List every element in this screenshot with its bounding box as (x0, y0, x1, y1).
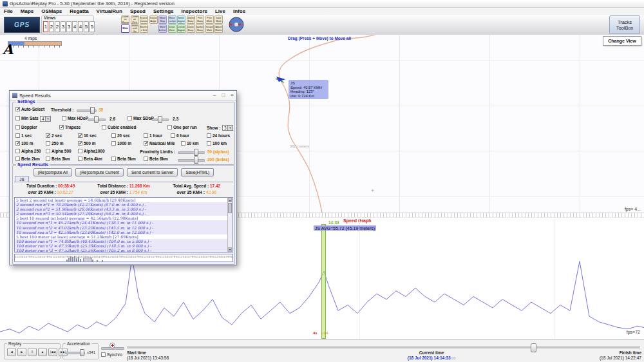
view-button-5a[interactable]: 5 (84, 21, 89, 32)
view-button-3b[interactable]: 3 (66, 21, 71, 32)
checkbox-box[interactable] (15, 116, 20, 120)
checkbox-box[interactable] (46, 133, 50, 138)
checkbox-box[interactable] (144, 157, 148, 161)
list-item[interactable]: 2 second run n°1 = 78.29km/h (42.27Knots… (15, 202, 232, 207)
list-item[interactable]: 100 meter run n°3 = 47.53km/h (25.56Knot… (15, 248, 232, 252)
slider-thumb[interactable] (158, 116, 162, 123)
bearing-dist-button[interactable]: Bearing + Dist (140, 24, 148, 33)
center-on-click-button[interactable]: Center on Click (131, 15, 139, 24)
send-to-server-button[interactable]: Send current to Server (127, 168, 178, 176)
list-item[interactable]: 10 second run n°2 = 43.02km/h (23.25Knot… (15, 225, 232, 230)
histogram-scroll-thumb[interactable] (83, 258, 92, 262)
duration-1sec-checkbox[interactable]: 1 sec (15, 133, 32, 138)
checkbox-box[interactable] (111, 157, 116, 161)
nautical-mile-checkbox[interactable]: Nautical Mile (144, 141, 175, 146)
duration-24hours-checkbox[interactable]: 24 hours (207, 133, 230, 138)
slider-thumb[interactable] (94, 116, 99, 123)
show-combo[interactable]: 3▼ (222, 125, 233, 131)
adjust-marks-button[interactable]: Adjust Marks (214, 24, 223, 33)
alpha-proximity-slider[interactable] (178, 149, 205, 155)
tracks-toolbox-button[interactable]: Tracks ToolBox (609, 15, 640, 34)
dialog-title-bar[interactable]: Speed Results – □ × (10, 91, 236, 100)
chevron-down-icon[interactable]: ▼ (227, 126, 232, 130)
escape-mark-button[interactable]: Escape Mark (205, 24, 214, 33)
view-button-4a[interactable]: 4 (72, 21, 77, 32)
slider-thumb[interactable] (194, 149, 198, 156)
view-button-1[interactable]: 1 (43, 21, 48, 32)
beta-5km-checkbox[interactable]: Beta 5km (111, 157, 136, 161)
menu-regatta[interactable]: Regatta (66, 8, 92, 14)
trapeze-checkbox[interactable]: Trapeze (59, 125, 80, 129)
beta-2km-checkbox[interactable]: Beta 2km (15, 157, 40, 161)
slider-thumb[interactable] (80, 349, 84, 356)
beta-3km-checkbox[interactable]: Beta 3km (46, 157, 70, 161)
view-button-5b[interactable]: 5 (90, 21, 95, 32)
list-item[interactable]: 100 meter run n°2 = 47.59km/h (25.59Knot… (15, 243, 232, 248)
checkbox-box[interactable] (46, 149, 50, 153)
distance-250m-checkbox[interactable]: 250 m (46, 141, 63, 146)
results-list[interactable]: 5 best 2 second (at least) average = 54.… (14, 197, 233, 252)
pause-button[interactable]: II (28, 348, 37, 356)
acceleration-slider[interactable] (66, 349, 85, 355)
one-per-run-checkbox[interactable]: One per run (167, 125, 197, 129)
distance-500m-checkbox[interactable]: 500 m (78, 141, 95, 146)
stop-button[interactable]: ■ (38, 348, 47, 356)
view-button-2b[interactable]: 2 (55, 21, 60, 32)
max-hdop-slider[interactable] (88, 116, 106, 122)
checkbox-box[interactable] (59, 125, 64, 129)
recompute-current-button[interactable]: (Re)compute Current (75, 168, 124, 176)
duration-2sec-checkbox[interactable]: 2 sec (46, 133, 62, 138)
checkbox-box[interactable] (144, 133, 148, 138)
checkbox-box[interactable] (78, 157, 82, 161)
list-item[interactable]: 5 best 10 second (at least) average = 42… (15, 216, 232, 220)
port-buoy-button[interactable]: Port Buoy (196, 15, 204, 24)
checkbox-box[interactable] (15, 107, 20, 111)
menu-inspectors[interactable]: Inspectors (177, 8, 211, 14)
beta-4km-checkbox[interactable]: Beta 4km (78, 157, 102, 161)
menu-file[interactable]: File (0, 8, 17, 14)
create-waypoint-button[interactable]: Create Waypoint (177, 24, 185, 33)
boat-icon[interactable] (274, 72, 287, 86)
auto-select-checkbox[interactable]: Auto-Select (15, 107, 44, 111)
upwind-buoy-button[interactable]: Upwind Buoy (187, 15, 195, 24)
view-button-2a[interactable]: 2 (49, 21, 54, 32)
checkbox-box[interactable] (101, 352, 106, 357)
distance-10km-checkbox[interactable]: 10 km (181, 141, 198, 146)
move-waypoint-button[interactable]: Move Waypoint (177, 15, 185, 24)
checkbox-box[interactable] (128, 116, 132, 120)
view-button-3a[interactable]: 3 (61, 21, 66, 32)
checkbox-box[interactable] (15, 149, 20, 153)
move-anchors-button[interactable]: Move Anchors (158, 24, 167, 33)
duration-1hour-checkbox[interactable]: 1 hour (144, 133, 162, 138)
measure-distance-button[interactable]: Measure Distance (140, 15, 148, 24)
checkbox-box[interactable] (15, 157, 20, 161)
alpha-500-checkbox[interactable]: Alpha 500 (46, 149, 71, 153)
alpha-1000-checkbox[interactable]: Alpha1000 (78, 149, 105, 153)
menu-maps[interactable]: Maps (17, 8, 37, 14)
menu-settings[interactable]: Settings (149, 8, 178, 14)
checkbox-box[interactable] (15, 133, 20, 138)
checkbox-box[interactable] (207, 141, 211, 146)
skip-back-button[interactable]: |◀◀ (48, 348, 57, 356)
menu-virtualrun[interactable]: VirtualRun (93, 8, 126, 14)
checkbox-box[interactable] (62, 116, 66, 120)
scroll-up-icon[interactable]: ▲ (228, 198, 232, 202)
change-view-button[interactable]: Change View (603, 36, 641, 46)
menu-infos[interactable]: Infos (229, 8, 249, 14)
duration-20sec-checkbox[interactable]: 20 sec (111, 133, 130, 138)
checkbox-box[interactable] (102, 125, 106, 129)
view-button-4b[interactable]: 4 (78, 21, 83, 32)
max-sdop-checkbox[interactable]: Max SDoP (128, 116, 154, 120)
save-html-button[interactable]: Save(HTML) (181, 168, 214, 176)
list-item[interactable]: 10 second run n°3 = 42.59km/h (23.00Knot… (15, 230, 232, 234)
checkbox-box[interactable] (46, 141, 50, 146)
distance-100km-checkbox[interactable]: 100 km (207, 141, 227, 146)
checkbox-box[interactable] (78, 141, 82, 146)
beta-proximity-slider[interactable] (178, 157, 205, 162)
duration-6hour-checkbox[interactable]: 6 hour (171, 133, 189, 138)
min-sats-combo[interactable]: 4▼ (40, 116, 51, 122)
chevron-down-icon[interactable]: ▼ (45, 117, 50, 121)
down-buoy-button[interactable]: Down Buoy (187, 24, 195, 33)
draw-zone-button[interactable]: Draw Zone (168, 24, 176, 33)
max-sdop-slider[interactable] (152, 116, 169, 122)
